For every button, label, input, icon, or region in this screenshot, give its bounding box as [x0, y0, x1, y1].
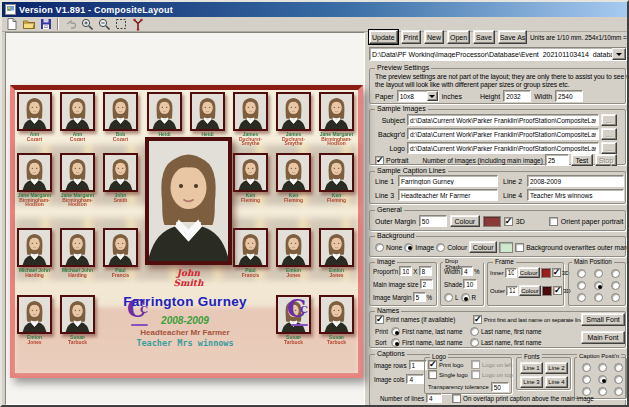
caption-line2-field[interactable]: [527, 175, 624, 187]
caption-position-radio-tc[interactable]: [598, 363, 607, 372]
main-position-radio-ml[interactable]: [577, 281, 586, 290]
main-position-radio-bl[interactable]: [577, 293, 586, 302]
zoom-in-icon[interactable]: [79, 17, 95, 31]
image-margin-field[interactable]: [413, 292, 426, 302]
subject-browse-button[interactable]: ...: [601, 114, 617, 126]
proportion-height-field[interactable]: [419, 266, 432, 276]
logo-path-field[interactable]: [407, 142, 599, 154]
shadow-left-radio[interactable]: [444, 293, 453, 302]
caption-position-radio-tr[interactable]: [614, 363, 623, 372]
frame-outer-field[interactable]: [506, 286, 518, 296]
main-position-radio-br[interactable]: [611, 293, 620, 302]
caption-position-radio-bc[interactable]: [598, 387, 607, 396]
caption-position-radio-ml[interactable]: [582, 375, 591, 384]
separate-lines-checkbox[interactable]: [473, 315, 482, 324]
caption-position-radio-br[interactable]: [614, 387, 623, 396]
print-last-first-radio[interactable]: [470, 327, 479, 336]
caption-line1-field[interactable]: [398, 175, 498, 187]
single-logo-checkbox[interactable]: [428, 370, 437, 379]
transparency-tolerance-field[interactable]: [491, 382, 509, 392]
save-button[interactable]: Save: [473, 30, 495, 44]
new-document-icon[interactable]: [4, 17, 20, 31]
print-button[interactable]: Print: [401, 30, 421, 44]
print-first-last-label: First name, last name: [402, 328, 468, 335]
paper-size-combobox[interactable]: 10x8: [397, 90, 439, 102]
caption-line3-field[interactable]: [398, 189, 498, 201]
main-position-radio-tl[interactable]: [577, 269, 586, 278]
subject-path-field[interactable]: [407, 114, 599, 126]
small-font-button[interactable]: Small Font: [581, 313, 625, 326]
main-position-radio-mc[interactable]: [594, 281, 603, 290]
save-as-button[interactable]: Save As: [498, 30, 527, 44]
caption-position-radio-mr[interactable]: [614, 375, 623, 384]
caption-line4-field[interactable]: [527, 189, 624, 201]
number-of-images-field[interactable]: [545, 154, 569, 166]
line4-label: Line 4: [503, 192, 525, 199]
select-region-icon[interactable]: [113, 17, 129, 31]
main-position-radio-tr[interactable]: [611, 269, 620, 278]
logo-browse-button[interactable]: ...: [601, 142, 617, 154]
update-button[interactable]: Update: [369, 30, 398, 44]
print-logo-checkbox[interactable]: [428, 360, 437, 369]
layout-file-combobox[interactable]: D:\Data\PF Working\ImageProcessor\Databa…: [369, 47, 627, 61]
background-none-radio[interactable]: [375, 243, 384, 252]
orient-portrait-checkbox[interactable]: [549, 217, 558, 226]
zoom-out-icon[interactable]: [96, 17, 112, 31]
new-button[interactable]: New: [424, 30, 444, 44]
frame-outer-3d-checkbox[interactable]: [553, 286, 562, 295]
dropdown-arrow-icon[interactable]: [427, 91, 438, 101]
font-line1-button[interactable]: Line 1: [520, 362, 543, 374]
stop-button[interactable]: Stop: [595, 154, 617, 166]
caption-position-radio-tl[interactable]: [582, 363, 591, 372]
logo-on-left-checkbox[interactable]: [471, 360, 480, 369]
main-position-radio-bc[interactable]: [594, 293, 603, 302]
test-button[interactable]: Test: [571, 154, 593, 166]
undo-icon[interactable]: [62, 17, 78, 31]
main-font-button[interactable]: Main Font: [581, 331, 625, 344]
sort-first-last-radio[interactable]: [391, 338, 400, 347]
main-position-radio-tc[interactable]: [594, 269, 603, 278]
height-field[interactable]: [503, 90, 531, 102]
background-image-radio[interactable]: [404, 243, 413, 252]
main-image-size-field[interactable]: [420, 279, 433, 289]
shadow-right-radio[interactable]: [461, 293, 470, 302]
print-first-last-radio[interactable]: [391, 327, 400, 336]
background-path-field[interactable]: [407, 128, 599, 140]
main-photo-cell: John Smith C C C C Farrington Gurney 200…: [15, 90, 358, 373]
main-position-radio-mr[interactable]: [611, 281, 620, 290]
background-overwrite-checkbox[interactable]: [515, 243, 524, 252]
margin-3d-checkbox[interactable]: [504, 217, 513, 226]
font-line3-button[interactable]: Line 3: [520, 376, 543, 388]
overlap-caption-checkbox[interactable]: [452, 394, 461, 403]
number-of-lines-field[interactable]: [426, 393, 442, 403]
dropdown-arrow-icon[interactable]: [612, 48, 626, 60]
width-field[interactable]: [555, 90, 583, 102]
background-browse-button[interactable]: ...: [601, 128, 617, 140]
print-layout-icon[interactable]: [130, 17, 146, 31]
open-button[interactable]: Open: [447, 30, 470, 44]
proportion-width-field[interactable]: [399, 266, 412, 276]
background-colour-radio[interactable]: [436, 243, 445, 252]
outer-margin-field[interactable]: [419, 215, 447, 227]
logo-on-top-checkbox[interactable]: [471, 370, 480, 379]
shadow-shade-field[interactable]: [463, 279, 477, 289]
print-names-checkbox[interactable]: [375, 315, 384, 324]
main-photo: [145, 137, 232, 265]
font-line2-button[interactable]: Line 2: [545, 362, 568, 374]
caption-position-radio-mc[interactable]: [598, 375, 607, 384]
titlebar[interactable]: Version V1.891 - CompositeLayout: [2, 2, 627, 17]
shadow-width-field[interactable]: [461, 266, 473, 276]
margin-colour-button[interactable]: Colour: [450, 215, 480, 227]
frame-inner-colour-button[interactable]: Colour: [518, 267, 540, 278]
save-icon[interactable]: [38, 17, 54, 31]
font-line4-button[interactable]: Line 4: [545, 376, 568, 388]
frame-outer-colour-button[interactable]: Colour: [519, 285, 541, 296]
frame-inner-field[interactable]: [505, 268, 517, 278]
open-folder-icon[interactable]: [21, 17, 37, 31]
background-colour-button[interactable]: Colour: [469, 241, 497, 253]
sort-last-first-radio[interactable]: [470, 338, 479, 347]
frame-inner-3d-checkbox[interactable]: [552, 268, 561, 277]
image-cols-field[interactable]: [406, 374, 424, 384]
portrait-checkbox[interactable]: [375, 156, 384, 165]
logo-label: Logo: [373, 145, 405, 152]
